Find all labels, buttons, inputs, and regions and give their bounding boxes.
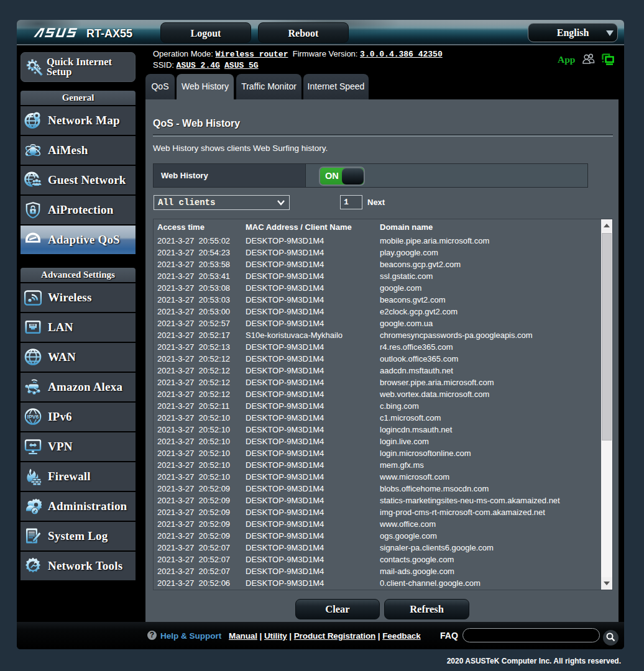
svg-text:IPV6: IPV6: [27, 414, 39, 420]
